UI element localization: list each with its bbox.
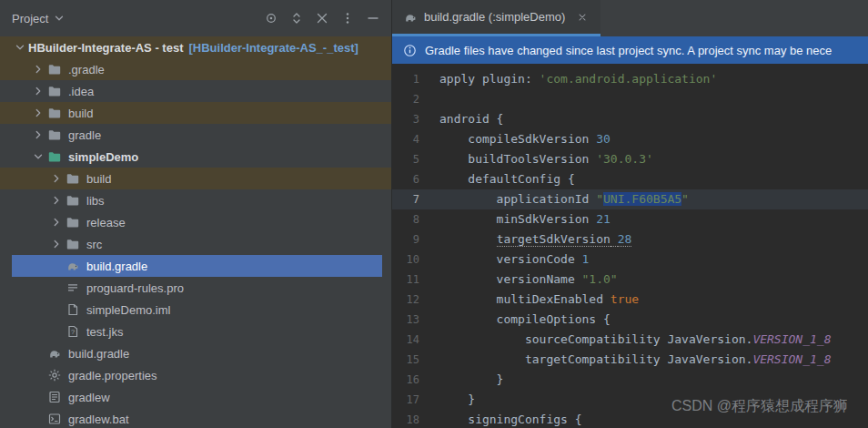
- line-number[interactable]: 5: [392, 149, 432, 169]
- code-line-17[interactable]: 17 }: [392, 390, 868, 410]
- code-line-7[interactable]: 7 applicationId "UNI.F60B5A5": [392, 189, 868, 209]
- tree-item-gradle-properties[interactable]: gradle.properties: [0, 364, 391, 386]
- line-number[interactable]: 8: [392, 209, 432, 229]
- locate-icon[interactable]: [264, 11, 278, 25]
- line-number[interactable]: 2: [392, 89, 432, 109]
- chevron-right-icon[interactable]: [47, 193, 65, 208]
- project-panel-header: Project: [0, 0, 391, 36]
- text-icon: [65, 280, 81, 295]
- code-text: versionName "1.0": [432, 270, 618, 290]
- line-number[interactable]: 13: [392, 310, 432, 330]
- tree-item-proguard-rules-pro[interactable]: proguard-rules.pro: [0, 277, 391, 299]
- chevron-right-icon[interactable]: [29, 84, 46, 98]
- code-line-11[interactable]: 11 versionName "1.0": [392, 270, 868, 290]
- code-line-3[interactable]: 3android {: [392, 109, 868, 129]
- tree-item-test-jks[interactable]: ?test.jks: [0, 321, 391, 342]
- tree-item-src[interactable]: src: [0, 233, 391, 255]
- tree-item-simpledemo-iml[interactable]: simpleDemo.iml: [0, 299, 391, 321]
- line-number[interactable]: 7: [392, 189, 432, 209]
- chevron-right-icon[interactable]: [29, 62, 46, 76]
- collapse-all-icon[interactable]: [315, 11, 329, 25]
- file-icon: [46, 390, 63, 404]
- code-line-14[interactable]: 14 sourceCompatibility JavaVersion.VERSI…: [392, 330, 868, 350]
- chevron-right-icon[interactable]: [47, 215, 65, 229]
- chevron-right-icon[interactable]: [29, 106, 46, 120]
- chevron-right-icon[interactable]: [29, 127, 46, 142]
- folder-icon: [65, 171, 81, 186]
- line-number[interactable]: 14: [392, 330, 432, 350]
- code-line-6[interactable]: 6 defaultConfig {: [392, 169, 868, 189]
- code-line-8[interactable]: 8 minSdkVersion 21: [392, 209, 868, 229]
- tree-item-label: build: [86, 172, 111, 186]
- gear-icon: [46, 368, 63, 382]
- line-number[interactable]: 10: [392, 250, 432, 270]
- line-number[interactable]: 1: [392, 69, 432, 89]
- tree-item-label: build: [68, 107, 93, 120]
- tree-item-build-gradle[interactable]: build.gradle: [0, 255, 391, 277]
- line-number[interactable]: 16: [392, 370, 432, 390]
- gradle-file-icon: [403, 10, 418, 25]
- tree-item-libs[interactable]: libs: [0, 189, 391, 211]
- code-line-16[interactable]: 16 }: [392, 370, 868, 390]
- code-text: buildToolsVersion '30.0.3': [432, 149, 653, 169]
- chevron-right-icon[interactable]: [47, 237, 65, 251]
- tree-item-gradle[interactable]: .gradle: [0, 58, 391, 80]
- code-text: android {: [432, 109, 503, 129]
- code-line-15[interactable]: 15 targetCompatibility JavaVersion.VERSI…: [392, 350, 868, 370]
- code-line-18[interactable]: 18 signingConfigs {: [392, 410, 868, 428]
- line-number[interactable]: 4: [392, 129, 432, 149]
- tree-item-label: gradle.properties: [68, 369, 157, 382]
- chevron-down-icon[interactable]: [29, 149, 46, 164]
- code-line-4[interactable]: 4 compileSdkVersion 30: [392, 129, 868, 149]
- tree-item-build[interactable]: build: [0, 102, 391, 124]
- project-tree: HBuilder-Integrate-AS - test[HBuilder-In…: [0, 36, 391, 428]
- chevron-spacer: [29, 346, 46, 361]
- close-tab-icon[interactable]: [575, 10, 590, 25]
- line-number[interactable]: 18: [392, 410, 432, 428]
- chevron-spacer: [29, 368, 46, 382]
- project-view-selector[interactable]: Project: [12, 11, 66, 25]
- expand-collapse-icon[interactable]: [289, 11, 304, 25]
- tree-item-idea[interactable]: .idea: [0, 80, 391, 102]
- info-icon: [402, 43, 417, 57]
- code-line-12[interactable]: 12 multiDexEnabled true: [392, 290, 868, 310]
- tree-item-gradlew[interactable]: gradlew: [0, 386, 391, 408]
- more-options-icon[interactable]: [340, 11, 355, 25]
- tree-item-label: test.jks: [86, 325, 123, 339]
- code-line-10[interactable]: 10 versionCode 1: [392, 250, 868, 270]
- line-number[interactable]: 15: [392, 350, 432, 370]
- tree-item-simpledemo[interactable]: simpleDemo: [0, 146, 391, 168]
- tree-item-label: release: [86, 216, 126, 229]
- panel-actions: [264, 11, 380, 25]
- code-text: }: [432, 370, 503, 390]
- line-number[interactable]: 6: [392, 169, 432, 189]
- chevron-right-icon[interactable]: [47, 171, 65, 186]
- tree-item-hbuilder-integrate-as-test[interactable]: HBuilder-Integrate-AS - test[HBuilder-In…: [0, 36, 391, 58]
- chevron-spacer: [47, 259, 65, 273]
- code-line-9[interactable]: 9 targetSdkVersion 28: [392, 229, 868, 250]
- tree-item-release[interactable]: release: [0, 211, 391, 233]
- tree-item-build-gradle[interactable]: build.gradle: [0, 342, 391, 364]
- chevron-down-icon[interactable]: [11, 40, 28, 55]
- code-text: applicationId "UNI.F60B5A5": [432, 189, 689, 209]
- line-number[interactable]: 17: [392, 390, 432, 410]
- line-number[interactable]: 12: [392, 290, 432, 310]
- code-line-1[interactable]: 1apply plugin: 'com.android.application': [392, 69, 868, 89]
- tree-item-label: src: [86, 238, 102, 251]
- tab-build-gradle[interactable]: build.gradle (:simpleDemo): [392, 0, 601, 36]
- tree-item-gradlew-bat[interactable]: gradlew.bat: [0, 408, 391, 428]
- line-number[interactable]: 9: [392, 229, 432, 250]
- line-number[interactable]: 11: [392, 270, 432, 290]
- hide-icon[interactable]: [366, 11, 380, 25]
- folder-icon: [46, 106, 63, 120]
- tree-item-build[interactable]: build: [0, 168, 391, 189]
- line-number[interactable]: 3: [392, 109, 432, 129]
- code-line-2[interactable]: 2: [392, 89, 868, 109]
- code-area[interactable]: 1apply plugin: 'com.android.application'…: [392, 64, 868, 428]
- code-line-13[interactable]: 13 compileOptions {: [392, 310, 868, 330]
- chevron-spacer: [47, 280, 65, 295]
- code-line-5[interactable]: 5 buildToolsVersion '30.0.3': [392, 149, 868, 169]
- code-text: compileSdkVersion 30: [432, 129, 611, 149]
- tree-item-gradle[interactable]: gradle: [0, 124, 391, 146]
- code-text: compileOptions {: [432, 310, 611, 330]
